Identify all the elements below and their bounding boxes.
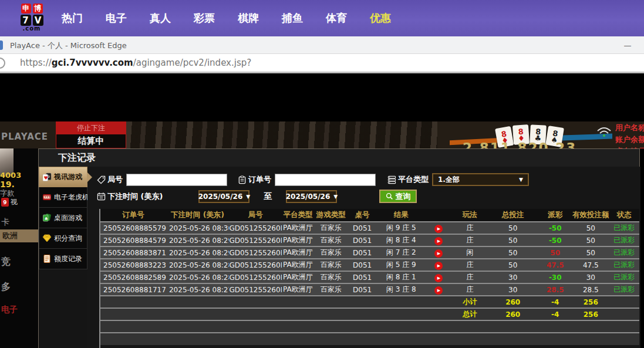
cell-game: 百家乐 <box>313 246 348 259</box>
platform-type-select[interactable]: 1.全部 ▼ <box>432 173 529 186</box>
site-info-icon[interactable] <box>0 58 5 69</box>
replay-play-icon[interactable]: ▶ <box>434 249 443 258</box>
cell-bet: 50 <box>488 222 538 234</box>
chevron-down-icon: ▼ <box>333 194 338 200</box>
username-label: 用户名称 <box>615 123 644 133</box>
table-status-box: 停止下注 结算中 <box>56 121 126 148</box>
to-label: 至 <box>264 191 272 202</box>
bet-records-modal: 下注记录 9 ♥ 视讯游戏 777 <box>38 148 640 348</box>
cell-order: 250526088855792 <box>100 222 166 234</box>
nav-item-fishing[interactable]: 捕鱼 <box>282 11 303 25</box>
cell-order: 250526088832232 <box>100 259 166 271</box>
minimize-button[interactable]: — <box>621 38 635 52</box>
nav-item-hot[interactable]: 热门 <box>62 11 83 25</box>
bet-row: 2505260888171792025-05-26 08:27:18GD0512… <box>100 283 639 296</box>
cell-payout: -50 <box>538 234 572 246</box>
bg-text: 电子 <box>1 305 18 315</box>
cell-round: GD051255260RV <box>229 222 282 234</box>
cell-round: GD051255260RQ <box>229 283 282 296</box>
cell-play: 闲 <box>451 246 488 259</box>
bet-row: 2505260888557922025-05-26 08:30:45GD0512… <box>100 222 639 234</box>
logo-7: 7 <box>21 15 31 26</box>
nav-item-board[interactable]: 棋牌 <box>238 11 259 25</box>
bg-text: 卡 <box>1 217 9 228</box>
nav-item-live[interactable]: 真人 <box>150 11 171 25</box>
card-badge: 9 <box>1 198 9 207</box>
column-header: 玩法 <box>451 209 488 222</box>
svg-text:♣: ♣ <box>44 217 48 221</box>
replay-play-icon[interactable]: ▶ <box>434 286 443 295</box>
cell-table: D051 <box>348 246 376 259</box>
bg-number: 19. <box>0 180 15 189</box>
background-page-fragment: 4003 19. 字款 9 视 卡 欧洲 竞 多 电子 <box>0 148 38 348</box>
cell-time: 2025-05-26 08:30:45 <box>166 222 229 234</box>
bg-selected-item: 欧洲 <box>0 229 38 242</box>
nav-item-promo[interactable]: 优惠 <box>370 11 391 25</box>
chevron-down-icon: ▼ <box>246 194 250 200</box>
playace-brand: PLAYACE <box>1 131 48 142</box>
cell-table: D051 <box>348 259 376 271</box>
calendar-icon <box>97 192 106 201</box>
address-bar[interactable]: https://gci.7vvvvvv.com/agingame/pcv2/in… <box>0 54 644 73</box>
filter-row-1: 局号 订单号 平台类型 1.全部 ▼ <box>97 173 529 186</box>
cell-bet: 50 <box>488 246 538 259</box>
sidebar-item-credit[interactable]: 额度记录 <box>39 249 87 269</box>
replay-play-icon[interactable]: ▶ <box>434 274 443 282</box>
filter-row-2: 下注时间 (美东) 2025/05/26 ▼ 至 2025/05/26 ▼ 查询 <box>97 190 417 203</box>
date-to-select[interactable]: 2025/05/26 ▼ <box>286 190 337 203</box>
date-from-value: 2025/05/26 <box>198 192 243 201</box>
bet-row: 2505260888387122025-05-26 08:29:13GD0512… <box>100 246 639 259</box>
bet-row: 2505260888258942025-05-26 08:28:01GD0512… <box>100 271 639 283</box>
cell-valid: 30 <box>572 271 609 283</box>
window-titlebar: PlayAce - 个人 - Microsoft Edge — <box>0 36 644 54</box>
date-from-select[interactable]: 2025/05/26 ▼ <box>198 190 249 203</box>
sidebar-item-table-games[interactable]: ♣ 桌面游戏 <box>39 208 87 228</box>
cell-result: 闲 7 庄 2 <box>376 246 426 259</box>
sidebar-item-slots[interactable]: 777 电子老虎机 <box>39 187 87 208</box>
sidebar-item-label: 视讯游戏 <box>54 172 82 182</box>
search-button[interactable]: 查询 <box>379 190 417 203</box>
site-navbar: 申 博 7 V .com 热门 电子 真人 彩票 棋牌 捕鱼 体育 优惠 <box>0 0 644 36</box>
nav-item-slots[interactable]: 电子 <box>106 11 127 25</box>
order-number-input[interactable] <box>275 174 376 186</box>
cell-time: 2025-05-26 08:29:53 <box>166 234 229 246</box>
round-number-input[interactable] <box>126 174 227 186</box>
cards-icon: 9 ♥ <box>42 172 52 182</box>
subtotal-row: 小计260-4256 <box>100 296 639 308</box>
bet-row: 2505260888457952025-05-26 08:29:53GD0512… <box>100 234 639 246</box>
bg-card-row: 9 视 <box>1 197 18 207</box>
cell-platform: PA欧洲厅 <box>282 271 313 283</box>
cell-play: 庄 <box>451 234 488 246</box>
cell-play: 庄 <box>451 271 488 283</box>
bg-text: 视 <box>11 197 18 207</box>
cell-time: 2025-05-26 08:29:13 <box>166 246 229 259</box>
nav-item-lottery[interactable]: 彩票 <box>194 11 215 25</box>
column-header: 下注时间 (美东) <box>166 209 229 222</box>
url-text[interactable]: https://gci.7vvvvvv.com/agingame/pcv2/in… <box>20 58 251 68</box>
logo-v: V <box>33 15 43 26</box>
cell-valid: 50 <box>572 246 609 259</box>
cell-table: D051 <box>348 283 376 296</box>
nav-item-sports[interactable]: 体育 <box>326 11 347 25</box>
replay-play-icon[interactable]: ▶ <box>434 262 443 270</box>
tab-icon <box>0 40 3 50</box>
empty-row <box>100 320 639 333</box>
bet-table-body: 2505260888557922025-05-26 08:30:45GD0512… <box>100 222 639 345</box>
cell-result: 闲 9 庄 5 <box>376 222 426 234</box>
sidebar-item-video-games[interactable]: 9 ♥ 视讯游戏 <box>39 167 87 187</box>
cell-status: 已派彩 <box>609 234 639 246</box>
sidebar-item-points[interactable]: 积分查询 <box>39 228 87 249</box>
replay-play-icon[interactable]: ▶ <box>434 237 443 245</box>
cell-status: 已派彩 <box>609 246 639 259</box>
replay-play-icon[interactable]: ▶ <box>434 225 443 233</box>
cell-status: 已派彩 <box>609 283 639 296</box>
date-to-value: 2025/05/26 <box>286 192 331 201</box>
modal-title: 下注记录 <box>39 149 639 167</box>
cell-status: 已派彩 <box>609 259 639 271</box>
cell-status: 已派彩 <box>609 222 639 234</box>
cell-payout: -50 <box>538 222 572 234</box>
cell-game: 百家乐 <box>313 271 348 283</box>
site-logo[interactable]: 申 博 7 V .com <box>9 4 55 31</box>
summary-valid: 256 <box>572 296 609 308</box>
bg-text: 竞 <box>1 256 11 268</box>
